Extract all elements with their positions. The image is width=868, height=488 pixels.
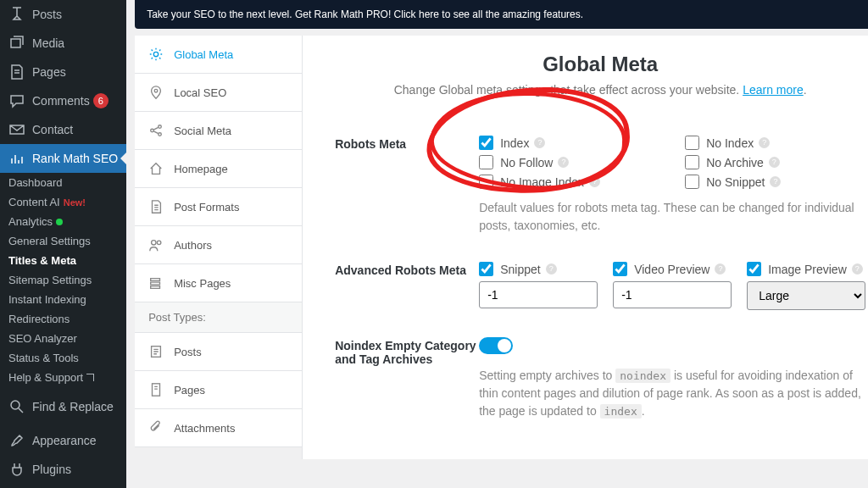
page-title: Global Meta [335, 53, 865, 76]
checkbox-label: Snippet [500, 263, 540, 276]
svg-point-3 [151, 129, 154, 132]
help-icon[interactable]: ? [589, 176, 600, 187]
sidebar-item-appearance[interactable]: Appearance [0, 426, 126, 455]
help-icon[interactable]: ? [769, 157, 780, 168]
submenu-label: Instant Indexing [8, 293, 86, 306]
field-robots-meta: Robots Meta Index? No Index? No Follow? … [335, 122, 865, 248]
tab-authors[interactable]: Authors [135, 226, 302, 264]
comments-count-badge: 6 [93, 93, 108, 108]
help-icon[interactable]: ? [546, 263, 557, 274]
tab-misc-pages[interactable]: Misc Pages [135, 264, 302, 302]
image-preview-select[interactable]: Large [747, 281, 865, 310]
pin-icon [148, 85, 164, 100]
checkbox-no-follow[interactable]: No Follow? [479, 155, 659, 169]
sidebar-item-label: Rank Math SEO [32, 152, 118, 165]
submenu-seo-analyzer[interactable]: SEO Analyzer [0, 329, 126, 348]
tab-global-meta[interactable]: Global Meta [135, 36, 302, 74]
sidebar-item-comments[interactable]: Comments6 [0, 86, 126, 115]
help-icon[interactable]: ? [852, 263, 863, 274]
share-icon [148, 123, 164, 138]
help-icon[interactable]: ? [715, 263, 726, 274]
checkbox-input[interactable] [685, 136, 699, 150]
submenu-dashboard[interactable]: Dashboard [0, 173, 126, 192]
checkbox-image-preview[interactable] [747, 262, 761, 276]
sidebar-item-media[interactable]: Media [0, 29, 126, 58]
pro-notice-banner[interactable]: Take your SEO to the next level. Get Ran… [135, 0, 868, 29]
tab-attachments[interactable]: Attachments [135, 409, 302, 447]
submenu-label: General Settings [8, 235, 91, 247]
checkbox-no-archive[interactable]: No Archive? [685, 155, 865, 169]
svg-point-2 [154, 89, 158, 92]
sidebar-item-label: Comments [32, 94, 90, 108]
sidebar-item-rank-math[interactable]: Rank Math SEO [0, 144, 126, 173]
checkbox-index[interactable]: Index? [479, 136, 659, 150]
submenu-status-tools[interactable]: Status & Tools [0, 348, 126, 368]
tab-social-meta[interactable]: Social Meta [135, 112, 302, 150]
code-snippet: noindex [615, 369, 670, 383]
document-icon [148, 199, 164, 214]
sidebar-item-pages[interactable]: Pages [0, 58, 126, 86]
sidebar-item-label: Posts [32, 8, 62, 21]
checkbox-no-snippet[interactable]: No Snippet? [685, 175, 865, 189]
checkbox-input[interactable] [479, 175, 493, 189]
checkbox-video-preview[interactable] [613, 262, 627, 276]
layers-icon [148, 275, 164, 291]
subtitle-text: Change Global meta settings that take ef… [394, 83, 743, 97]
magnify-icon [8, 398, 25, 415]
checkbox-input[interactable] [685, 175, 699, 189]
media-icon [8, 35, 25, 52]
comment-icon [8, 92, 25, 109]
plug-icon [8, 461, 25, 478]
sidebar-item-posts[interactable]: Posts [0, 0, 126, 29]
checkbox-label: No Follow [500, 156, 553, 169]
help-text-part: . [642, 404, 645, 418]
submenu-content-ai[interactable]: Content AINew! [0, 192, 126, 212]
code-snippet: index [600, 404, 642, 419]
help-icon[interactable]: ? [759, 137, 770, 148]
sidebar-item-plugins[interactable]: Plugins [0, 455, 126, 484]
submenu-instant-indexing[interactable]: Instant Indexing [0, 290, 126, 309]
submenu-general-settings[interactable]: General Settings [0, 231, 126, 251]
field-noindex-empty: Noindex Empty Category and Tag Archives … [335, 324, 865, 434]
external-link-icon [83, 371, 94, 384]
submenu-redirections[interactable]: Redirections [0, 309, 126, 329]
tab-pages[interactable]: Pages [135, 371, 302, 409]
tab-label: Social Meta [174, 125, 231, 137]
tab-homepage[interactable]: Homepage [135, 150, 302, 188]
submenu-label: Help & Support [8, 371, 83, 384]
sidebar-item-find-replace[interactable]: Find & Replace [0, 392, 126, 421]
help-icon[interactable]: ? [534, 137, 545, 148]
video-preview-input[interactable] [613, 281, 732, 308]
checkbox-snippet[interactable] [479, 262, 493, 276]
help-icon[interactable]: ? [770, 176, 781, 187]
checkbox-label: Image Preview [768, 263, 847, 276]
submenu-sitemap-settings[interactable]: Sitemap Settings [0, 270, 126, 290]
tab-post-formats[interactable]: Post Formats [135, 188, 302, 226]
submenu-label: Redirections [8, 313, 70, 325]
checkbox-input[interactable] [685, 155, 699, 169]
settings-tabs-nav: Global Meta Local SEO Social Meta Homepa… [135, 36, 303, 459]
snippet-input[interactable] [479, 281, 598, 308]
sidebar-item-contact[interactable]: Contact [0, 115, 126, 144]
submenu-titles-meta[interactable]: Titles & Meta [0, 251, 126, 270]
noindex-toggle[interactable] [479, 337, 513, 354]
checkbox-no-image-index[interactable]: No Image Index? [479, 175, 659, 189]
learn-more-link[interactable]: Learn more [743, 83, 804, 97]
checkbox-input[interactable] [479, 155, 493, 169]
submenu-analytics[interactable]: Analytics [0, 212, 126, 231]
adv-col-video-preview: Video Preview? [613, 262, 732, 310]
envelope-icon [8, 121, 25, 138]
help-icon[interactable]: ? [558, 157, 569, 168]
tab-local-seo[interactable]: Local SEO [135, 74, 302, 112]
checkbox-input[interactable] [479, 136, 493, 150]
checkbox-label: No Archive [706, 156, 764, 169]
submenu-help-support[interactable]: Help & Support [0, 368, 126, 387]
tab-label: Local SEO [174, 86, 226, 99]
submenu-label: Status & Tools [8, 352, 79, 364]
submenu-label: Sitemap Settings [8, 274, 92, 286]
tab-label: Authors [174, 239, 212, 252]
adv-col-snippet: Snippet? [479, 262, 598, 310]
checkbox-no-index[interactable]: No Index? [685, 136, 865, 150]
tab-posts[interactable]: Posts [135, 333, 302, 371]
new-badge: New! [64, 197, 86, 208]
